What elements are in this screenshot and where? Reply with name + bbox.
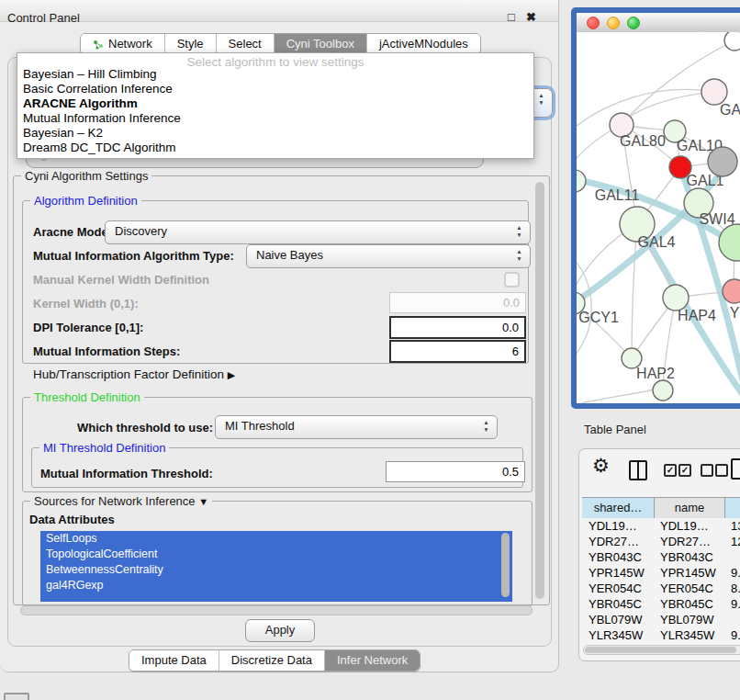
control-panel-titlebar[interactable] (0, 0, 558, 22)
table-cell: YPR145W (582, 565, 654, 581)
column-header-name[interactable]: name (655, 498, 725, 518)
table-row[interactable]: YDR27…YDR27…12 (582, 534, 740, 549)
attribute-item-partial[interactable] (40, 593, 512, 602)
network-node[interactable] (653, 380, 673, 401)
table-panel: ⚙ ✓ ✓ shared… name YDL19…YDL19…13YDR27…Y… (578, 448, 740, 661)
tab-label: jActiveMNodules (379, 34, 468, 54)
tab-jactivemnodules[interactable]: jActiveMNodules (366, 34, 480, 54)
table-panel-title: Table Panel (584, 423, 646, 436)
kernel-width-input[interactable]: 0.0 (389, 292, 526, 313)
apply-button[interactable]: Apply (245, 619, 315, 642)
table-row[interactable]: YBL079WYBL079W (582, 612, 740, 627)
tab-network[interactable]: Network (81, 34, 164, 54)
algorithm-dropdown-list: Select algorithm to view settings Bayesi… (17, 52, 534, 159)
hub-definition-expander[interactable]: Hub/Transcription Factor Definition ▶ (33, 367, 235, 381)
table-row[interactable]: YBR045CYBR045C9. (582, 596, 740, 612)
table-row[interactable]: YDL19…YDL19…13 (582, 518, 740, 534)
dropdown-item-highlighted[interactable]: ARACNE Algorithm (23, 96, 528, 111)
table-cell: YDR27… (654, 534, 723, 549)
aracne-mode-label: Aracne Mode: (33, 225, 112, 239)
manual-kernel-checkbox[interactable] (504, 272, 520, 288)
table-row[interactable]: YBR043CYBR043C (582, 549, 740, 565)
dropdown-item[interactable]: Bayesian – K2 (23, 126, 528, 141)
tab-discretize-data[interactable]: Discretize Data (219, 650, 324, 671)
which-threshold-combo[interactable]: MI Threshold ▲▼ (215, 415, 498, 439)
table-row[interactable]: YER054CYER054C8. (582, 581, 740, 596)
table-cell: YBR045C (654, 596, 723, 612)
tab-infer-network[interactable]: Infer Network (324, 650, 420, 671)
column-header-clipped[interactable] (725, 498, 740, 518)
settings-horizontal-scrollbar[interactable] (20, 605, 533, 615)
expand-right-icon[interactable]: ▶ (228, 369, 235, 380)
sources-collapse-header[interactable]: Sources for Network Inference ▼ (30, 494, 212, 508)
collapse-down-icon[interactable]: ▼ (198, 496, 208, 507)
network-node[interactable] (719, 224, 740, 261)
tab-impute-data[interactable]: Impute Data (129, 650, 219, 671)
minimize-window-icon[interactable] (607, 17, 620, 29)
table-horizontal-scrollbar[interactable] (583, 645, 740, 655)
tab-select[interactable]: Select (216, 34, 274, 54)
clipped-corner-icon[interactable] (4, 693, 29, 700)
attribute-item[interactable]: BetweennessCentrality (40, 562, 512, 578)
group-title: Cyni Algorithm Settings (21, 169, 151, 183)
tab-cyni-toolbox[interactable]: Cyni Toolbox (274, 34, 366, 54)
float-window-icon[interactable]: □ (508, 10, 515, 24)
settings-vertical-scrollbar[interactable] (534, 180, 545, 601)
checked-checkbox-icon[interactable]: ✓ (678, 464, 691, 477)
dropdown-item[interactable]: Dream8 DC_TDC Algorithm (23, 141, 528, 155)
attribute-item[interactable]: TopologicalCoefficient (40, 547, 512, 562)
table-cell: 9. (723, 565, 740, 581)
gear-icon[interactable]: ⚙ (592, 455, 610, 477)
mi-threshold-label: Mutual Information Threshold: (40, 467, 213, 480)
table-cell: YDL19… (582, 518, 654, 534)
unchecked-checkbox-icon[interactable] (715, 464, 728, 477)
node-label: HAP2 (636, 366, 675, 381)
attributes-scrollbar[interactable] (501, 533, 510, 597)
network-node[interactable] (663, 285, 689, 310)
table-cell: YBR045C (582, 596, 654, 612)
data-attributes-list: SelfLoops TopologicalCoefficient Between… (40, 531, 512, 602)
attribute-item[interactable]: gal4RGexp (40, 578, 512, 593)
file-icon[interactable] (731, 458, 740, 480)
network-edge[interactable] (632, 224, 637, 358)
attribute-item[interactable]: SelfLoops (40, 531, 512, 547)
checked-checkbox-icon[interactable]: ✓ (664, 464, 677, 477)
kernel-width-label: Kernel Width (0,1): (33, 297, 139, 310)
table-cell (723, 549, 740, 565)
network-node[interactable] (724, 32, 740, 51)
table-cell: 9. (723, 627, 740, 643)
dpi-tolerance-input[interactable]: 0.0 (389, 316, 526, 339)
network-node[interactable] (708, 147, 737, 176)
dropdown-item[interactable]: Basic Correlation Inference (23, 82, 528, 96)
mi-threshold-input[interactable]: 0.5 (386, 461, 525, 482)
table-row[interactable]: YPR145WYPR145W9. (582, 565, 740, 581)
network-node[interactable] (723, 279, 740, 303)
mi-type-combo[interactable]: Naive Bayes ▲▼ (246, 244, 531, 268)
network-canvas-container: GALGAL80GAL10GAL1GAL11GAL4SWI4GCY1HAP4YH… (577, 32, 740, 403)
zoom-window-icon[interactable] (627, 17, 640, 29)
network-node[interactable] (701, 79, 727, 105)
unchecked-checkbox-icon[interactable] (701, 464, 713, 477)
network-edge[interactable] (581, 388, 663, 403)
network-canvas[interactable]: GALGAL80GAL10GAL1GAL11GAL4SWI4GCY1HAP4YH… (577, 32, 740, 403)
combo-arrows-icon: ▲▼ (537, 92, 545, 107)
tab-label: Discretize Data (231, 650, 312, 671)
column-header-shared[interactable]: shared… (582, 498, 655, 518)
group-title: Threshold Definition (30, 390, 144, 404)
dropdown-item[interactable]: Mutual Information Inference (23, 111, 528, 126)
network-window-titlebar[interactable] (577, 13, 740, 33)
table-cell: YBR043C (654, 549, 723, 565)
close-panel-icon[interactable]: ✖ (526, 10, 536, 24)
tab-style[interactable]: Style (164, 34, 216, 54)
table-row[interactable]: YLR345WYLR345W9. (582, 627, 740, 643)
node-label: GAL11 (595, 187, 640, 203)
tab-label: Network (108, 34, 152, 54)
aracne-mode-combo[interactable]: Discovery ▲▼ (105, 220, 531, 244)
network-edge[interactable] (577, 89, 714, 133)
dropdown-item[interactable]: Bayesian – Hill Climbing (23, 67, 528, 82)
close-window-icon[interactable] (587, 17, 600, 29)
mi-steps-input[interactable]: 6 (389, 340, 526, 363)
node-label: HAP4 (678, 308, 716, 323)
split-view-icon[interactable] (629, 460, 647, 480)
network-node[interactable] (577, 170, 586, 192)
